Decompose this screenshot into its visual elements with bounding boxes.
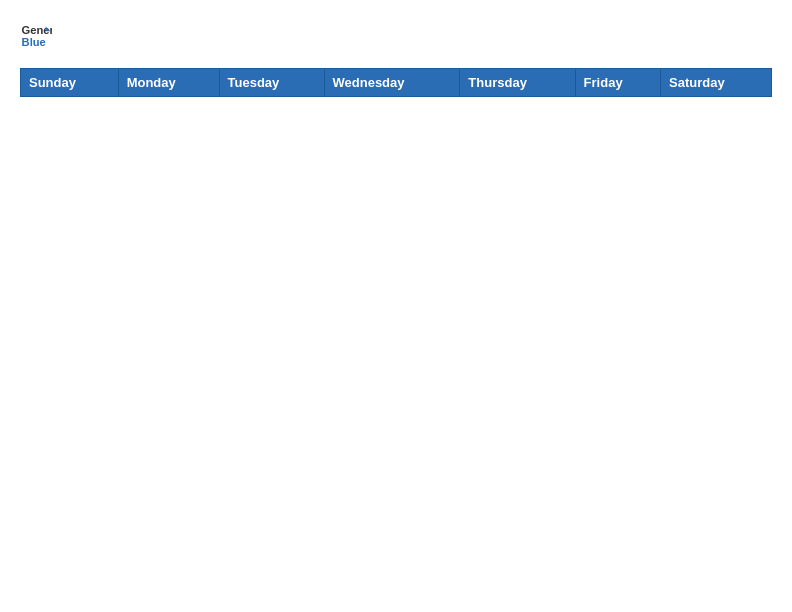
weekday-header-wednesday: Wednesday bbox=[324, 69, 460, 97]
logo-icon: General Blue bbox=[20, 20, 52, 52]
weekday-header-sunday: Sunday bbox=[21, 69, 119, 97]
logo: General Blue bbox=[20, 20, 52, 52]
weekday-header-tuesday: Tuesday bbox=[219, 69, 324, 97]
page-header: General Blue bbox=[20, 20, 772, 52]
weekday-header-monday: Monday bbox=[118, 69, 219, 97]
weekday-header-saturday: Saturday bbox=[661, 69, 772, 97]
svg-text:Blue: Blue bbox=[22, 36, 46, 48]
weekday-header-friday: Friday bbox=[575, 69, 660, 97]
calendar-table: SundayMondayTuesdayWednesdayThursdayFrid… bbox=[20, 68, 772, 97]
weekday-header-thursday: Thursday bbox=[460, 69, 575, 97]
